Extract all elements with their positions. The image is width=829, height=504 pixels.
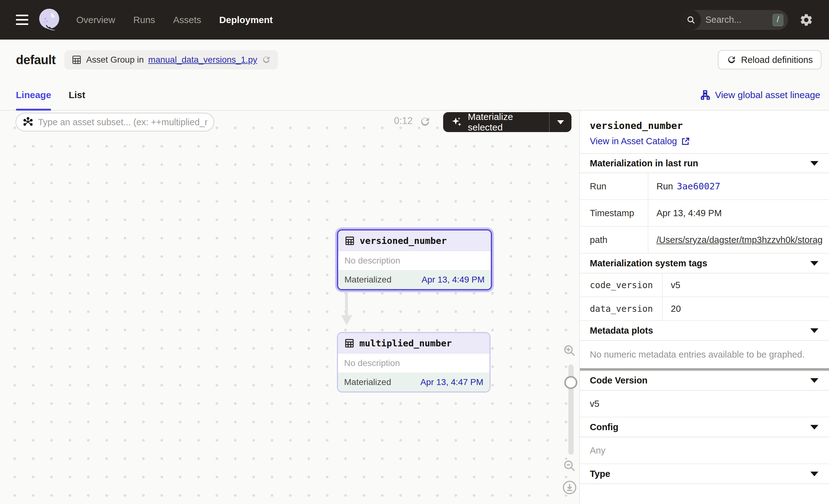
row-data-version: data_version 20 xyxy=(580,297,829,321)
materialization-timestamp-link[interactable]: Apr 13, 4:47 PM xyxy=(421,377,483,387)
hamburger-menu-icon[interactable] xyxy=(16,15,28,25)
section-materialization-system-tags[interactable]: Materialization system tags xyxy=(580,254,829,274)
table-asset-icon xyxy=(344,338,355,349)
lineage-edge-arrowhead xyxy=(341,315,352,325)
view-in-asset-catalog-label: View in Asset Catalog xyxy=(590,136,677,146)
asset-subset-input[interactable] xyxy=(34,117,207,128)
metadata-plots-empty-message: No numeric metadata entries available to… xyxy=(580,341,829,368)
nav-link-overview[interactable]: Overview xyxy=(76,15,115,25)
run-value-prefix: Run xyxy=(656,181,673,191)
asset-node-status-row: Materialized Apr 13, 4:47 PM xyxy=(338,373,490,392)
panel-divider xyxy=(580,368,829,371)
section-heading: Metadata plots xyxy=(590,325,653,336)
code-version-value: v5 xyxy=(580,391,829,418)
row-value: v5 xyxy=(663,274,829,296)
row-timestamp: Timestamp Apr 13, 4:49 PM xyxy=(580,200,829,227)
top-nav: Overview Runs Assets Deployment / xyxy=(0,0,829,40)
asset-selector-icon xyxy=(23,116,34,128)
page-title: default xyxy=(16,53,56,67)
global-search[interactable]: / xyxy=(681,10,788,30)
tab-lineage[interactable]: Lineage xyxy=(16,80,51,110)
zoom-out-icon[interactable] xyxy=(563,459,576,472)
asset-subset-filter[interactable] xyxy=(15,113,214,132)
lineage-graph-canvas[interactable]: 0:12 Materialize selected xyxy=(0,111,579,504)
collapse-caret-icon xyxy=(810,161,819,166)
path-link[interactable]: /Users/sryza/dagster/tmp3hzzvh0k/storag xyxy=(656,235,823,245)
section-metadata-plots[interactable]: Metadata plots xyxy=(580,321,829,341)
run-id-link[interactable]: 3ae60027 xyxy=(677,181,720,191)
page-header: default Asset Group in manual_data_versi… xyxy=(0,40,829,80)
section-config[interactable]: Config xyxy=(580,418,829,437)
asset-node-description: No description xyxy=(338,354,490,373)
materialized-status-label: Materialized xyxy=(345,275,392,285)
refresh-timer: 0:12 xyxy=(394,115,412,127)
asset-node-status-row: Materialized Apr 13, 4:49 PM xyxy=(338,271,491,289)
row-label: code_version xyxy=(580,274,663,296)
search-icon xyxy=(681,10,701,30)
nav-link-runs[interactable]: Runs xyxy=(133,15,155,25)
section-heading: Materialization in last run xyxy=(590,158,698,169)
collapse-caret-icon xyxy=(810,425,819,430)
tab-bar: Lineage List View global asset lineage xyxy=(0,80,829,111)
nav-links: Overview Runs Assets Deployment xyxy=(76,15,273,25)
asset-node-name: multiplied_number xyxy=(359,338,452,349)
row-value: Run 3ae60027 xyxy=(648,173,829,200)
table-asset-icon xyxy=(345,236,355,246)
main-content: 0:12 Materialize selected xyxy=(0,111,829,504)
asset-group-file-link[interactable]: manual_data_versions_1.py xyxy=(148,55,257,65)
asset-node-multiplied-number[interactable]: multiplied_number No description Materia… xyxy=(337,332,491,393)
asset-group-label: Asset Group in xyxy=(86,55,144,65)
section-code-version[interactable]: Code Version xyxy=(580,371,829,391)
settings-gear-icon[interactable] xyxy=(799,13,814,27)
asset-node-versioned-number[interactable]: versioned_number No description Material… xyxy=(337,229,492,290)
tab-list[interactable]: List xyxy=(69,80,85,110)
download-graph-icon[interactable] xyxy=(562,480,577,495)
collapse-caret-icon xyxy=(810,328,819,333)
search-input[interactable] xyxy=(701,15,772,25)
asset-node-header[interactable]: multiplied_number xyxy=(338,333,490,354)
search-shortcut-key: / xyxy=(772,14,784,26)
zoom-in-icon[interactable] xyxy=(563,344,576,357)
section-heading: Code Version xyxy=(590,375,647,386)
sparkle-icon xyxy=(450,116,463,128)
panel-header: versioned_number View in Asset Catalog xyxy=(580,111,829,153)
panel-asset-title: versioned_number xyxy=(590,120,819,131)
materialize-selected-main[interactable]: Materialize selected xyxy=(443,111,549,133)
section-heading: Type xyxy=(590,469,610,479)
materialize-dropdown-toggle[interactable] xyxy=(550,120,572,124)
row-label: data_version xyxy=(580,297,663,320)
section-type[interactable]: Type xyxy=(580,464,829,484)
view-in-asset-catalog-link[interactable]: View in Asset Catalog xyxy=(590,136,819,146)
nav-link-deployment[interactable]: Deployment xyxy=(219,15,273,25)
materialization-timestamp-link[interactable]: Apr 13, 4:49 PM xyxy=(422,275,484,285)
row-run: Run Run 3ae60027 xyxy=(580,173,829,200)
graph-refresh-icon[interactable] xyxy=(419,116,431,128)
row-code-version: code_version v5 xyxy=(580,274,829,297)
chevron-down-icon xyxy=(557,120,564,124)
row-value: 20 xyxy=(663,297,829,320)
reload-definitions-button[interactable]: Reload definitions xyxy=(718,50,822,69)
collapse-caret-icon xyxy=(810,261,819,266)
asset-node-description: No description xyxy=(338,251,491,271)
row-label: Timestamp xyxy=(580,200,648,226)
section-materialization-last-run[interactable]: Materialization in last run xyxy=(580,153,829,173)
row-label: path xyxy=(580,227,648,253)
zoom-slider-handle[interactable] xyxy=(564,376,577,389)
row-value: Apr 13, 4:49 PM xyxy=(648,200,829,226)
external-link-icon xyxy=(681,137,690,146)
view-global-asset-lineage-link[interactable]: View global asset lineage xyxy=(700,90,820,100)
asset-group-icon xyxy=(71,55,82,65)
nav-link-assets[interactable]: Assets xyxy=(173,15,201,25)
asset-details-panel: versioned_number View in Asset Catalog M… xyxy=(579,111,829,504)
reload-icon xyxy=(726,55,736,65)
section-heading: Materialization system tags xyxy=(590,258,707,268)
asset-group-badge: Asset Group in manual_data_versions_1.py xyxy=(65,50,278,69)
dagster-logo-icon[interactable] xyxy=(37,7,61,32)
row-path: path /Users/sryza/dagster/tmp3hzzvh0k/st… xyxy=(580,227,829,254)
collapse-caret-icon xyxy=(810,472,819,476)
materialize-selected-button[interactable]: Materialize selected xyxy=(443,112,572,132)
reload-definitions-label: Reload definitions xyxy=(741,55,813,65)
badge-refresh-icon[interactable] xyxy=(262,55,271,65)
asset-node-header[interactable]: versioned_number xyxy=(338,230,491,251)
materialized-status-label: Materialized xyxy=(344,377,391,387)
